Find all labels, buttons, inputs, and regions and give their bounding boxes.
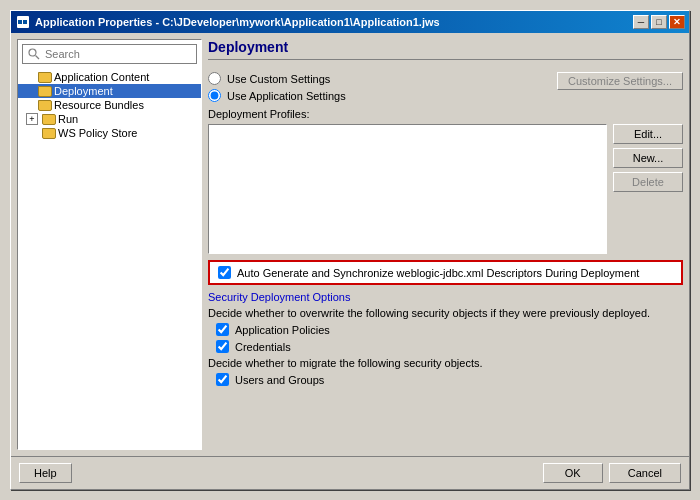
app-icon xyxy=(15,14,31,30)
app-policies-checkbox[interactable] xyxy=(216,323,229,336)
settings-row: Use Custom Settings Use Application Sett… xyxy=(208,72,683,102)
section-title: Deployment xyxy=(208,39,683,60)
users-groups-checkbox[interactable] xyxy=(216,373,229,386)
radio-app-row: Use Application Settings xyxy=(208,89,346,102)
users-groups-row: Users and Groups xyxy=(208,373,683,386)
profiles-section: Deployment Profiles: Edit... New... Dele… xyxy=(208,108,683,254)
radio-custom-settings[interactable] xyxy=(208,72,221,85)
app-policies-row: Application Policies xyxy=(208,323,683,336)
folder-icon-resources xyxy=(38,100,52,111)
profiles-row: Edit... New... Delete xyxy=(208,124,683,254)
sidebar-item-label: Deployment xyxy=(54,85,113,97)
radio-app-settings[interactable] xyxy=(208,89,221,102)
search-input[interactable] xyxy=(45,48,192,60)
tree-area: Application Content Deployment Resource … xyxy=(18,68,201,449)
folder-icon-deployment xyxy=(38,86,52,97)
app-policies-label[interactable]: Application Policies xyxy=(235,324,330,336)
delete-button[interactable]: Delete xyxy=(613,172,683,192)
sidebar-item-deployment[interactable]: Deployment xyxy=(18,84,201,98)
sidebar-item-ws-policy-store[interactable]: WS Policy Store xyxy=(18,126,201,140)
sidebar-item-label: Application Content xyxy=(54,71,149,83)
folder-icon-run xyxy=(42,114,56,125)
radio-custom-row: Use Custom Settings xyxy=(208,72,346,85)
edit-button[interactable]: Edit... xyxy=(613,124,683,144)
window-title: Application Properties - C:\JDeveloper\m… xyxy=(35,16,629,28)
tree-toggle-run[interactable]: + xyxy=(26,113,38,125)
title-bar: Application Properties - C:\JDeveloper\m… xyxy=(11,11,689,33)
new-button[interactable]: New... xyxy=(613,148,683,168)
credentials-row: Credentials xyxy=(208,340,683,353)
svg-rect-2 xyxy=(23,20,27,24)
svg-point-3 xyxy=(29,49,36,56)
right-panel: Deployment Use Custom Settings Use Appli… xyxy=(208,39,683,450)
auto-generate-checkbox[interactable] xyxy=(218,266,231,279)
radio-group: Use Custom Settings Use Application Sett… xyxy=(208,72,346,102)
cancel-button[interactable]: Cancel xyxy=(609,463,681,483)
users-groups-label[interactable]: Users and Groups xyxy=(235,374,324,386)
radio-custom-label[interactable]: Use Custom Settings xyxy=(227,73,330,85)
profiles-list[interactable] xyxy=(208,124,607,254)
auto-generate-label[interactable]: Auto Generate and Synchronize weblogic-j… xyxy=(237,267,639,279)
sidebar-item-label: Resource Bundles xyxy=(54,99,144,111)
sidebar-item-application-content[interactable]: Application Content xyxy=(18,70,201,84)
svg-line-4 xyxy=(36,56,40,60)
auto-generate-box: Auto Generate and Synchronize weblogic-j… xyxy=(208,260,683,285)
minimize-button[interactable]: ─ xyxy=(633,15,649,29)
folder-icon-ws xyxy=(42,128,56,139)
close-button[interactable]: ✕ xyxy=(669,15,685,29)
credentials-label[interactable]: Credentials xyxy=(235,341,291,353)
main-window: Application Properties - C:\JDeveloper\m… xyxy=(10,10,690,490)
sidebar-item-label: Run xyxy=(58,113,78,125)
sidebar-item-run[interactable]: + Run xyxy=(18,112,201,126)
footer: Help OK Cancel xyxy=(11,456,689,489)
search-icon xyxy=(27,47,41,61)
security-section: Security Deployment Options Decide wheth… xyxy=(208,291,683,386)
security-title: Security Deployment Options xyxy=(208,291,683,303)
folder-icon xyxy=(38,72,52,83)
radio-app-label[interactable]: Use Application Settings xyxy=(227,90,346,102)
sidebar-item-resource-bundles[interactable]: Resource Bundles xyxy=(18,98,201,112)
security-overwrite-text: Decide whether to overwrite the followin… xyxy=(208,307,683,319)
svg-rect-1 xyxy=(18,20,22,24)
maximize-button[interactable]: □ xyxy=(651,15,667,29)
content-area: Application Content Deployment Resource … xyxy=(11,33,689,456)
profiles-label: Deployment Profiles: xyxy=(208,108,683,120)
ok-button[interactable]: OK xyxy=(543,463,603,483)
title-bar-buttons: ─ □ ✕ xyxy=(633,15,685,29)
credentials-checkbox[interactable] xyxy=(216,340,229,353)
help-button[interactable]: Help xyxy=(19,463,72,483)
customize-settings-button[interactable]: Customize Settings... xyxy=(557,72,683,90)
security-migrate-text: Decide whether to migrate the following … xyxy=(208,357,683,369)
search-box xyxy=(22,44,197,64)
left-panel: Application Content Deployment Resource … xyxy=(17,39,202,450)
sidebar-item-label: WS Policy Store xyxy=(58,127,137,139)
profiles-buttons: Edit... New... Delete xyxy=(613,124,683,254)
